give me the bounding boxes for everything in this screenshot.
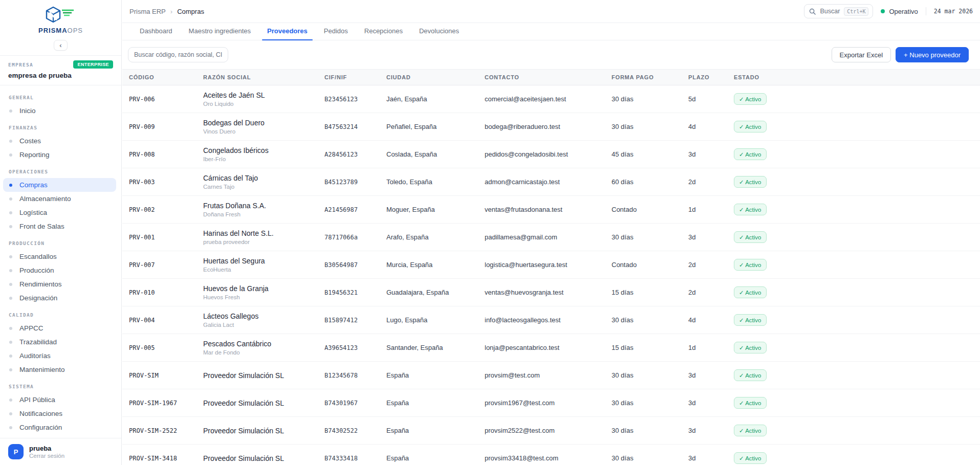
sidebar-item-rendimientos[interactable]: Rendimientos [3,277,116,291]
table-row[interactable]: PRV-003Cárnicas del TajoCarnes TajoB4512… [122,168,980,196]
supplier-city: Jaén, España [386,95,485,103]
user-name: prueba [29,445,64,453]
status-cell: ✓ Activo [734,369,980,381]
bullet-icon [9,140,12,143]
table-row[interactable]: PRV-007Huertas del SeguraEcoHuertaB30564… [122,251,980,279]
payment-terms: Contado [612,261,688,269]
supplier-name: Huertas del Segura [203,257,319,265]
sidebar-item-label: APPCC [19,324,43,332]
status-badge: ✓ Activo [734,425,767,436]
tab-devoluciones[interactable]: Devoluciones [419,27,460,40]
sidebar-item-produccion[interactable]: Producción [3,263,116,277]
sidebar-item-compras[interactable]: Compras [3,178,116,192]
supplier-city: Santander, España [386,344,485,351]
breadcrumb-separator-icon: › [170,8,172,15]
sidebar-item-appcc[interactable]: APPCC [3,321,116,335]
table-row[interactable]: PRV-008Congelados IbéricosIber-FríoA2845… [122,141,980,168]
status-badge: ✓ Activo [734,342,767,353]
payment-terms: 30 días [612,399,688,407]
supplier-code: PRV-005 [122,344,203,351]
table-row[interactable]: PROV-SIM-2522Proveedor Simulación SLB743… [122,417,980,445]
sidebar-item-api-publica[interactable]: API Pública [3,393,116,407]
supplier-contact: provsim33418@test.com [485,454,612,462]
supplier-filter-input[interactable] [128,47,228,62]
status-cell: ✓ Activo [734,425,980,436]
supplier-name: Proveedor Simulación SL [203,399,319,407]
table-row[interactable]: PRV-009Bodegas del DueroVinos DueroB4756… [122,113,980,141]
supplier-code: PRV-003 [122,179,203,186]
sidebar-item-front-de-salas[interactable]: Front de Salas [3,219,116,233]
sidebar-item-inicio[interactable]: Inicio [3,104,116,118]
status-cell: ✓ Activo [734,204,980,215]
tab-recepciones[interactable]: Recepciones [364,27,403,40]
sidebar-item-costes[interactable]: Costes [3,134,116,148]
brand-name: PRISMAOPS [0,27,121,34]
table-row[interactable]: PRV-006Aceites de Jaén SLOro LiquidoB234… [122,85,980,113]
table-header: CÓDIGORAZÓN SOCIALCIF/NIFCIUDADCONTACTOF… [122,69,980,85]
sidebar-item-label: Mantenimiento [19,366,65,373]
payment-terms: 30 días [612,454,688,462]
bullet-icon [9,109,12,113]
tab-pedidos[interactable]: Pedidos [323,27,349,40]
bullet-icon [9,341,12,344]
supplier-contact: lonja@pescantabrico.test [485,344,612,351]
supplier-code: PRV-001 [122,234,203,241]
lead-time: 1d [688,206,734,213]
tab-proveedores[interactable]: Proveedores [267,27,308,40]
supplier-cif: B74302522 [324,427,386,434]
supplier-cif: A28456123 [324,151,386,158]
lead-time: 5d [688,95,734,103]
payment-terms: Contado [612,206,688,213]
supplier-name-cell: Proveedor Simulación SL [203,371,324,380]
supplier-name-cell: Proveedor Simulación SL [203,427,324,435]
table-row[interactable]: PRV-004Lácteos GallegosGalicia LactB1589… [122,306,980,334]
lead-time: 3d [688,427,734,434]
supplier-name-cell: Huevos de la GranjaHuevos Fresh [203,284,324,300]
supplier-cif: B15897412 [324,317,386,324]
topbar: Prisma ERP › Compras Buscar Ctrl+K Opera… [122,0,980,23]
sidebar-item-notificaciones[interactable]: Notificaciones [3,407,116,420]
status-cell: ✓ Activo [734,314,980,326]
lead-time: 4d [688,316,734,324]
export-excel-button[interactable]: Exportar Excel [832,47,891,62]
table-row[interactable]: PRV-002Frutas Doñana S.A.Doñana FreshA21… [122,196,980,224]
supplier-contact: bodega@riberaduero.test [485,123,612,130]
column-header-codigo: CÓDIGO [122,74,203,80]
table-row[interactable]: PRV-001Harinas del Norte S.L.prueba prov… [122,224,980,251]
sidebar-nav: GENERALInicioFINANZASCostesReportingOPER… [0,85,121,438]
supplier-name: Aceites de Jaén SL [203,91,319,99]
logout-link[interactable]: Cerrar sesión [29,453,64,459]
status-badge: ✓ Activo [734,93,767,105]
sidebar-item-configuracion[interactable]: Configuración [3,420,116,434]
table-row[interactable]: PROV-SIM-3418Proveedor Simulación SLB743… [122,445,980,465]
nav-section-label-produccion: PRODUCCIÓN [9,240,113,246]
supplier-name: Harinas del Norte S.L. [203,229,319,237]
global-search[interactable]: Buscar Ctrl+K [804,4,873,18]
sidebar-item-auditorias[interactable]: Auditorías [3,349,116,363]
tab-maestro-ingredientes[interactable]: Maestro ingredientes [188,27,251,40]
column-header-razon-social: RAZÓN SOCIAL [203,74,324,80]
sidebar-item-designacion[interactable]: Designación [3,291,116,305]
sidebar-item-escandallos[interactable]: Escandallos [3,250,116,263]
supplier-name-cell: Pescados CantábricoMar de Fondo [203,340,324,356]
tab-dashboard[interactable]: Dashboard [139,27,173,40]
table-row[interactable]: PRV-005Pescados CantábricoMar de FondoA3… [122,334,980,362]
table-row[interactable]: PROV-SIMProveedor Simulación SLB12345678… [122,362,980,389]
column-header-ciudad: CIUDAD [386,74,485,80]
table-row[interactable]: PROV-SIM-1967Proveedor Simulación SLB743… [122,389,980,417]
sidebar-item-mantenimiento[interactable]: Mantenimiento [3,363,116,377]
status-badge: ✓ Activo [734,204,767,215]
sidebar-item-logistica[interactable]: Logística [3,206,116,219]
new-supplier-button[interactable]: + Nuevo proveedor [896,47,969,62]
supplier-name-cell: Congelados IbéricosIber-Frío [203,146,324,162]
sidebar-item-trazabilidad[interactable]: Trazabilidad [3,335,116,349]
breadcrumb-root[interactable]: Prisma ERP [129,8,166,15]
sidebar-item-almacenamiento[interactable]: Almacenamiento [3,192,116,206]
supplier-name-cell: Proveedor Simulación SL [203,454,324,462]
sidebar-item-reporting[interactable]: Reporting [3,148,116,162]
table-row[interactable]: PRV-010Huevos de la GranjaHuevos FreshB1… [122,279,980,306]
status-badge: ✓ Activo [734,176,767,188]
bullet-icon [9,412,12,415]
sidebar-collapse-button[interactable]: ‹ [54,40,68,51]
bullet-icon [9,211,12,214]
